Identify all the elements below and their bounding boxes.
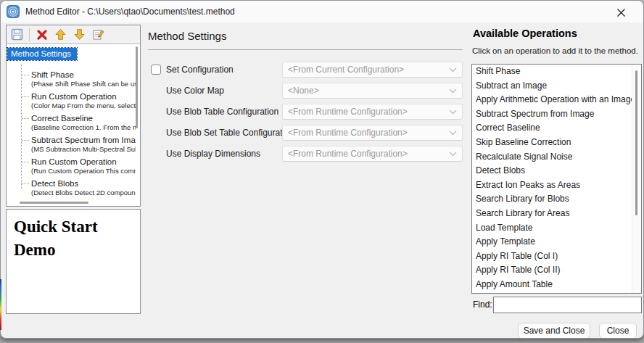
operation-list-item[interactable]: Apply RI Table (Col II) xyxy=(472,263,641,278)
tree-item[interactable]: Detect Blobs(Detect Blobs Detect 2D comp… xyxy=(7,178,136,200)
operation-list-item[interactable]: Subtract an Image xyxy=(472,79,641,94)
find-input[interactable] xyxy=(493,297,642,313)
operation-list-item[interactable]: Shift Phase xyxy=(472,65,641,79)
edit-icon[interactable] xyxy=(91,28,105,41)
method-preview-panel: Quick Start Demo xyxy=(6,209,141,314)
save-and-close-button[interactable]: Save and Close xyxy=(518,323,590,339)
find-label: Find: xyxy=(473,299,492,310)
dropdown-value: <From Runtime Configuration> xyxy=(288,149,408,159)
operation-list-item[interactable]: Apply Template xyxy=(472,235,641,249)
dropdown-value: <None> xyxy=(288,86,319,96)
operation-list-item[interactable]: Apply RI Table (Col I) xyxy=(472,249,641,264)
chevron-down-icon xyxy=(449,88,457,94)
available-operations-panel: Available Operations Click on an operati… xyxy=(471,25,643,315)
use-display-dimensions-dropdown[interactable]: <From Runtime Configuration> xyxy=(282,146,463,162)
desktop-stage: Method Editor - C:\Users\qtao\Documents\… xyxy=(0,0,644,343)
page-title: Method Settings xyxy=(148,30,226,42)
operation-list-item[interactable]: Subtract Spectrum from Image xyxy=(472,107,641,122)
tree-item-name: Run Custom Operation xyxy=(31,91,136,102)
divider xyxy=(148,49,463,50)
method-tree-panel: Method Settings Shift Phase(Phase Shift … xyxy=(6,25,141,207)
operations-scrollbar-thumb[interactable] xyxy=(635,70,637,215)
operations-title: Available Operations xyxy=(473,28,577,39)
tree-item-name: Shift Phase xyxy=(31,70,136,80)
form-row: Use Blob Set Table Configuration<From Ru… xyxy=(143,125,471,141)
window-title: Method Editor - C:\Users\qtao\Documents\… xyxy=(25,7,235,17)
tree-item-description: (Phase Shift Phase Shift can be us xyxy=(31,80,136,88)
tree-item-description: (MS Subtraction Multi-Spectral Sub xyxy=(31,145,136,153)
set-configuration-checkbox[interactable] xyxy=(151,65,161,75)
find-row: Find: xyxy=(471,297,643,313)
chevron-down-icon xyxy=(449,152,457,157)
tree-item-description: (Run Custom Operation This comm xyxy=(31,167,136,175)
preview-line1: Quick Start xyxy=(14,215,133,239)
preview-line2: Demo xyxy=(14,239,133,262)
move-down-icon[interactable] xyxy=(73,28,86,41)
tree-vertical-scrollbar[interactable] xyxy=(136,46,138,128)
set-configuration-dropdown[interactable]: <From Current Configuration> xyxy=(282,62,463,78)
method-settings-panel: Method Settings Set Configuration<From C… xyxy=(143,25,471,315)
toolbar xyxy=(7,25,140,44)
operation-list-item[interactable]: Detect Blobs xyxy=(472,164,641,178)
chevron-down-icon xyxy=(449,67,457,73)
operations-scrollbar-track[interactable] xyxy=(632,65,641,293)
chevron-down-icon xyxy=(449,109,457,115)
chevron-down-icon xyxy=(449,131,457,136)
form-row: Use Blob Table Configuration<From Runtim… xyxy=(143,104,471,120)
method-steps-tree: Method Settings Shift Phase(Phase Shift … xyxy=(7,45,140,206)
toolbar-separator xyxy=(29,28,30,41)
form-row: Use Display Dimensions<From Runtime Conf… xyxy=(143,146,471,162)
tree-horizontal-scrollbar[interactable] xyxy=(20,202,88,204)
tree-item-name: Correct Baseline xyxy=(31,113,136,123)
operation-list-item[interactable]: Search Library for Areas xyxy=(472,207,641,221)
close-icon[interactable] xyxy=(608,4,633,20)
background-window-edge xyxy=(0,279,1,330)
field-label: Use Blob Set Table Configuration xyxy=(166,128,294,138)
operation-list-item[interactable]: Recalculate Signal Noise xyxy=(472,150,641,165)
close-button[interactable]: Close xyxy=(599,323,637,339)
operation-list-item[interactable]: Search Library for Blobs xyxy=(472,192,641,207)
tree-item-name: Detect Blobs xyxy=(31,178,136,189)
tree-item[interactable]: Shift Phase(Phase Shift Phase Shift can … xyxy=(7,70,136,91)
dropdown-value: <From Runtime Configuration> xyxy=(288,128,408,138)
operation-list-item[interactable]: Correct Baseline xyxy=(472,121,641,136)
dropdown-value: <From Current Configuration> xyxy=(288,65,404,75)
tree-item[interactable]: Run Custom Operation(Color Map From the … xyxy=(7,91,136,113)
operations-list: Shift PhaseSubtract an ImageApply Arithm… xyxy=(471,64,642,294)
operation-list-item[interactable]: Apply Amount Calibration Table xyxy=(472,292,641,294)
tree-item-description: (Baseline Correction 1. From the m xyxy=(31,123,136,131)
operation-list-item[interactable]: Load Template xyxy=(472,221,641,236)
operations-hint: Click on an operation to add it to the m… xyxy=(472,46,638,55)
operation-list-item[interactable]: Apply Amount Table xyxy=(472,278,641,292)
tree-item-name: Subtract Spectrum from Image xyxy=(31,135,136,145)
operation-list-item[interactable]: Apply Arithmetic Operation with an Image xyxy=(472,93,641,107)
delete-icon[interactable] xyxy=(35,28,49,41)
title-bar: Method Editor - C:\Users\qtao\Documents\… xyxy=(1,1,643,22)
field-label: Use Blob Table Configuration xyxy=(166,107,278,117)
tree-item-description: (Color Map From the menu, select xyxy=(31,102,136,109)
field-label: Use Color Map xyxy=(166,86,224,96)
save-icon[interactable] xyxy=(10,28,24,41)
tree-item[interactable]: Subtract Spectrum from Image(MS Subtract… xyxy=(7,135,136,157)
dropdown-value: <From Runtime Configuration> xyxy=(288,107,408,117)
move-up-icon[interactable] xyxy=(54,28,67,41)
tree-item-name: Run Custom Operation xyxy=(31,157,136,167)
use-color-map-dropdown[interactable]: <None> xyxy=(282,83,463,99)
tree-item-description: (Detect Blobs Detect 2D compoun xyxy=(31,189,136,197)
field-label: Set Configuration xyxy=(166,65,234,75)
form-row: Set Configuration<From Current Configura… xyxy=(143,62,471,78)
tree-item[interactable]: Run Custom Operation(Run Custom Operatio… xyxy=(7,157,136,178)
use-blob-table-configuration-dropdown[interactable]: <From Runtime Configuration> xyxy=(282,104,463,120)
operation-list-item[interactable]: Skip Baseline Correction xyxy=(472,136,641,150)
form-row: Use Color Map<None> xyxy=(143,83,471,99)
method-editor-window: Method Editor - C:\Users\qtao\Documents\… xyxy=(0,0,644,339)
use-blob-set-table-configuration-dropdown[interactable]: <From Runtime Configuration> xyxy=(282,125,463,141)
field-label: Use Display Dimensions xyxy=(166,149,260,159)
tree-item-method-settings[interactable]: Method Settings xyxy=(7,48,77,60)
app-icon xyxy=(7,5,20,18)
operation-list-item[interactable]: Extract Ion Peaks as Areas xyxy=(472,178,641,193)
tree-item[interactable]: Correct Baseline(Baseline Correction 1. … xyxy=(7,113,136,135)
